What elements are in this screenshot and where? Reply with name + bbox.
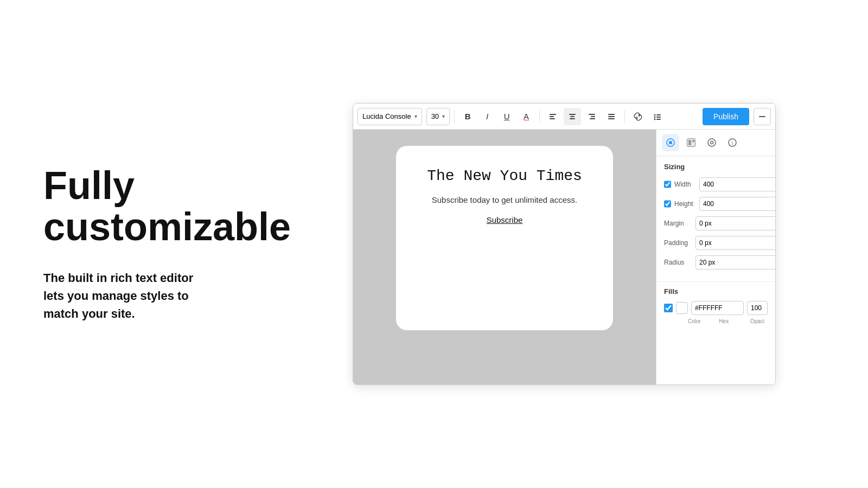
align-right-icon bbox=[588, 112, 596, 121]
svg-rect-2 bbox=[550, 118, 555, 119]
content-card: The New You Times Subscribe today to get… bbox=[396, 146, 613, 330]
italic-button[interactable]: I bbox=[478, 108, 496, 125]
settings-icon bbox=[707, 138, 717, 147]
radius-input[interactable] bbox=[695, 255, 775, 269]
hex-col-label: Hex bbox=[704, 318, 744, 324]
color-col-label: Color bbox=[688, 318, 701, 324]
opacity-col-label: Opaci bbox=[747, 318, 768, 324]
list-icon bbox=[653, 112, 662, 121]
ellipsis-icon bbox=[758, 113, 766, 120]
margin-row: Margin bbox=[664, 216, 768, 230]
fills-section: Fills Color Hex Opaci bbox=[656, 281, 775, 330]
font-family-chevron-icon: ▾ bbox=[414, 113, 417, 119]
svg-point-26 bbox=[711, 142, 713, 144]
tab-info[interactable]: i bbox=[724, 134, 741, 151]
left-panel: Fully customizable The built in rich tex… bbox=[0, 133, 260, 355]
info-icon: i bbox=[727, 138, 737, 147]
height-label: Height bbox=[674, 200, 696, 208]
main-title: Fully customizable bbox=[43, 165, 228, 247]
publish-button[interactable]: Publish bbox=[703, 108, 749, 125]
tab-layout[interactable] bbox=[682, 134, 700, 151]
align-center-icon bbox=[568, 112, 577, 121]
width-input[interactable] bbox=[699, 177, 775, 191]
svg-rect-10 bbox=[608, 116, 615, 117]
width-row: Width px bbox=[664, 177, 768, 191]
svg-rect-8 bbox=[590, 118, 595, 119]
tab-settings[interactable] bbox=[703, 134, 720, 151]
svg-rect-15 bbox=[656, 114, 661, 115]
font-family-selector[interactable]: Lucida Console ▾ bbox=[358, 108, 422, 125]
list-button[interactable] bbox=[649, 108, 666, 125]
svg-rect-24 bbox=[692, 140, 694, 142]
hex-input[interactable] bbox=[691, 301, 744, 315]
height-row: Height px bbox=[664, 197, 768, 211]
link-icon bbox=[633, 112, 643, 121]
tab-style[interactable] bbox=[662, 134, 679, 151]
svg-rect-3 bbox=[569, 114, 576, 115]
svg-rect-23 bbox=[688, 140, 691, 145]
svg-rect-6 bbox=[589, 114, 595, 115]
height-input[interactable] bbox=[699, 197, 775, 211]
svg-point-12 bbox=[654, 114, 656, 115]
text-color-button[interactable]: A bbox=[518, 108, 535, 125]
margin-input[interactable] bbox=[695, 216, 775, 230]
properties-panel: i Sizing Width px bbox=[656, 130, 775, 384]
subtitle-text: The built in rich text editor lets you m… bbox=[43, 269, 228, 323]
svg-point-13 bbox=[654, 116, 656, 118]
card-subscribe-link[interactable]: Subscribe bbox=[487, 215, 523, 224]
align-right-button[interactable] bbox=[583, 108, 601, 125]
color-swatch[interactable] bbox=[676, 302, 688, 314]
justify-icon bbox=[607, 112, 616, 121]
font-size-value: 30 bbox=[431, 112, 439, 120]
svg-point-25 bbox=[708, 139, 716, 146]
justify-button[interactable] bbox=[603, 108, 620, 125]
align-left-button[interactable] bbox=[544, 108, 561, 125]
opacity-input[interactable] bbox=[747, 301, 768, 315]
sizing-section: Sizing Width px Height px bbox=[656, 156, 775, 281]
fills-title: Fills bbox=[664, 287, 768, 296]
fills-row bbox=[664, 301, 768, 315]
fills-checkbox[interactable] bbox=[664, 304, 673, 312]
toolbar-divider-3 bbox=[624, 110, 625, 123]
font-size-selector[interactable]: 30 ▾ bbox=[426, 108, 450, 125]
svg-rect-18 bbox=[759, 116, 765, 117]
svg-rect-5 bbox=[570, 118, 575, 119]
svg-rect-9 bbox=[608, 114, 615, 115]
bold-button[interactable]: B bbox=[459, 108, 476, 125]
right-panel: Lucida Console ▾ 30 ▾ B I U A bbox=[260, 103, 868, 385]
editor-body: The New You Times Subscribe today to get… bbox=[353, 130, 775, 384]
width-checkbox[interactable] bbox=[664, 180, 671, 189]
fills-labels: Color Hex Opaci bbox=[664, 318, 768, 324]
svg-rect-17 bbox=[656, 119, 661, 120]
toolbar-divider-1 bbox=[454, 110, 455, 123]
canvas-area[interactable]: The New You Times Subscribe today to get… bbox=[353, 130, 656, 384]
svg-rect-7 bbox=[591, 116, 595, 117]
toolbar-divider-2 bbox=[539, 110, 540, 123]
svg-rect-1 bbox=[550, 116, 554, 117]
link-button[interactable] bbox=[629, 108, 647, 125]
more-options-button[interactable] bbox=[754, 108, 771, 125]
padding-row: Padding bbox=[664, 236, 768, 250]
svg-point-14 bbox=[654, 118, 656, 120]
width-label: Width bbox=[674, 181, 696, 188]
font-size-chevron-icon: ▾ bbox=[442, 113, 445, 119]
align-left-icon bbox=[548, 112, 557, 121]
toolbar: Lucida Console ▾ 30 ▾ B I U A bbox=[353, 104, 775, 130]
padding-label: Padding bbox=[664, 239, 692, 247]
padding-input[interactable] bbox=[695, 236, 775, 250]
panel-tabs: i bbox=[656, 130, 775, 156]
svg-rect-0 bbox=[550, 114, 556, 115]
card-title: The New You Times bbox=[427, 168, 582, 184]
height-checkbox[interactable] bbox=[664, 200, 671, 208]
margin-label: Margin bbox=[664, 220, 692, 227]
editor-window: Lucida Console ▾ 30 ▾ B I U A bbox=[353, 103, 776, 385]
card-subtitle: Subscribe today to get unlimited access. bbox=[432, 195, 577, 204]
radius-row: Radius bbox=[664, 255, 768, 269]
svg-rect-11 bbox=[608, 118, 615, 119]
paint-icon bbox=[666, 138, 675, 147]
underline-button[interactable]: U bbox=[498, 108, 515, 125]
radius-label: Radius bbox=[664, 259, 692, 266]
svg-rect-16 bbox=[656, 117, 661, 118]
font-family-label: Lucida Console bbox=[362, 112, 411, 120]
align-center-button[interactable] bbox=[564, 108, 581, 125]
